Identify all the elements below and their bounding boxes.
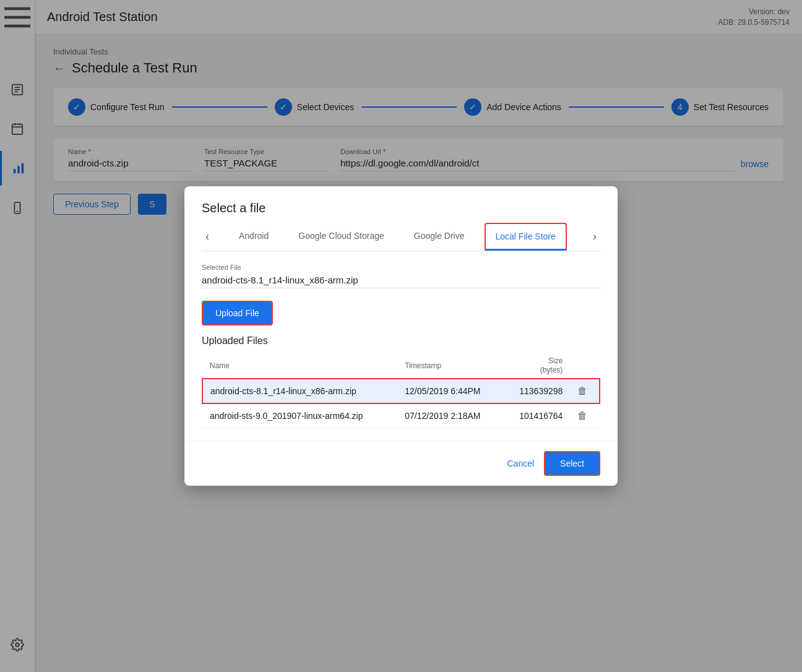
file-ts-1: 12/05/2019 6:44PM: [397, 379, 502, 403]
tab-android[interactable]: Android: [229, 223, 278, 250]
dialog-header: Select a file ‹ Android Google Cloud Sto…: [184, 186, 618, 251]
uploaded-files-title: Uploaded Files: [202, 335, 600, 347]
col-name: Name: [202, 353, 397, 379]
selected-file-input[interactable]: [202, 264, 600, 288]
file-name-1: android-cts-8.1_r14-linux_x86-arm.zip: [202, 379, 397, 403]
dialog-tabs: ‹ Android Google Cloud Storage Google Dr…: [202, 223, 600, 251]
delete-icon-2[interactable]: 🗑: [577, 410, 587, 421]
tab-next-button[interactable]: ›: [589, 225, 600, 248]
file-select-dialog: Select a file ‹ Android Google Cloud Sto…: [184, 186, 618, 486]
file-row-2[interactable]: android-sts-9.0_201907-linux-arm64.zip 0…: [202, 403, 600, 428]
files-table: Name Timestamp Size (bytes) android-cts-…: [202, 353, 600, 428]
tab-gcs[interactable]: Google Cloud Storage: [288, 223, 394, 250]
file-size-1: 113639298: [502, 379, 570, 403]
file-name-2: android-sts-9.0_201907-linux-arm64.zip: [202, 403, 397, 428]
file-size-2: 101416764: [502, 403, 570, 428]
dialog-body: Selected File Upload File Uploaded Files…: [184, 251, 618, 441]
modal-overlay: Select a file ‹ Android Google Cloud Sto…: [0, 0, 802, 672]
file-delete-2[interactable]: 🗑: [570, 403, 600, 428]
tab-local[interactable]: Local File Store: [485, 223, 567, 251]
col-timestamp: Timestamp: [397, 353, 502, 379]
file-row-1[interactable]: android-cts-8.1_r14-linux_x86-arm.zip 12…: [202, 379, 600, 403]
dialog-title: Select a file: [202, 201, 600, 215]
tab-gdrive[interactable]: Google Drive: [404, 223, 475, 250]
upload-file-button[interactable]: Upload File: [202, 301, 273, 325]
cancel-button[interactable]: Cancel: [507, 459, 534, 468]
file-ts-2: 07/12/2019 2:18AM: [397, 403, 502, 428]
select-button[interactable]: Select: [544, 451, 600, 476]
col-actions: [570, 353, 600, 379]
tab-prev-button[interactable]: ‹: [202, 225, 213, 248]
file-delete-1[interactable]: 🗑: [570, 379, 600, 403]
dialog-footer: Cancel Select: [184, 441, 618, 486]
selected-file-field: Selected File: [202, 264, 600, 288]
delete-icon-1[interactable]: 🗑: [577, 386, 587, 396]
selected-file-label: Selected File: [202, 264, 241, 271]
col-size: Size (bytes): [502, 353, 570, 379]
